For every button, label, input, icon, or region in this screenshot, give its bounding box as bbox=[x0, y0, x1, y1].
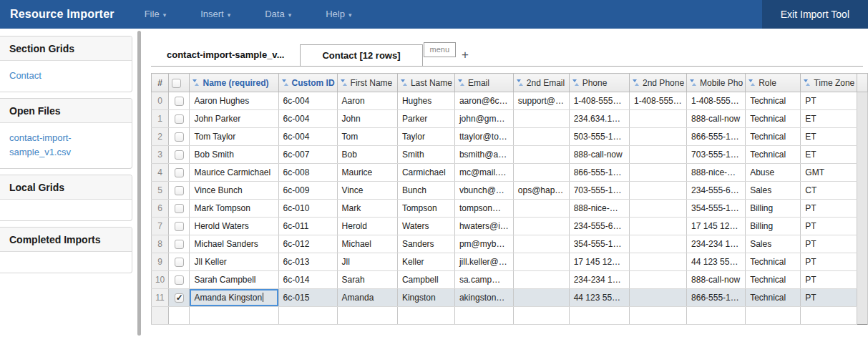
cell-email[interactable]: ttaylor@to… bbox=[454, 128, 513, 146]
cell-last_name[interactable]: Tompson bbox=[397, 200, 454, 218]
cell-mobile[interactable]: 44 123 55… bbox=[687, 253, 746, 271]
cell-mobile[interactable]: 234-234 1… bbox=[687, 235, 746, 253]
cell-time_zone[interactable]: CT bbox=[801, 182, 857, 200]
exit-import-tool-button[interactable]: Exit Import Tool bbox=[762, 0, 868, 29]
checkbox-icon[interactable] bbox=[175, 132, 184, 142]
cell-email2[interactable] bbox=[513, 164, 569, 182]
cell-last_name[interactable]: Keller bbox=[397, 253, 454, 271]
cell-email2[interactable] bbox=[513, 110, 569, 128]
row-checkbox-cell[interactable] bbox=[169, 218, 190, 235]
row-checkbox-cell[interactable] bbox=[169, 146, 190, 164]
cell-role[interactable]: Sales bbox=[746, 235, 801, 253]
checkbox-icon[interactable] bbox=[175, 114, 184, 124]
cell-email[interactable]: jill.keller@… bbox=[454, 253, 513, 271]
row-checkbox-cell[interactable] bbox=[169, 164, 190, 182]
checkbox-icon[interactable] bbox=[175, 168, 184, 177]
cell-time_zone[interactable]: ET bbox=[801, 146, 857, 164]
cell-time_zone[interactable]: PT bbox=[801, 271, 857, 289]
cell-time_zone[interactable]: PT bbox=[801, 92, 857, 110]
cell-custom_id[interactable]: 6c-004 bbox=[278, 110, 337, 128]
row-checkbox-cell[interactable] bbox=[169, 128, 190, 146]
scrollbar-track[interactable] bbox=[857, 271, 868, 289]
cell-first_name[interactable]: John bbox=[337, 110, 397, 128]
cell-mobile[interactable]: 888-nice-… bbox=[687, 164, 746, 182]
cell-name[interactable]: Bob Smith bbox=[190, 146, 278, 164]
column-header-phone[interactable]: Phone bbox=[569, 74, 629, 92]
empty-cell[interactable] bbox=[746, 307, 801, 325]
cell-mobile[interactable]: 703-555-1… bbox=[687, 146, 746, 164]
cell-mobile[interactable]: 1-408-555… bbox=[687, 92, 746, 110]
checkbox-icon[interactable] bbox=[175, 293, 184, 303]
empty-cell[interactable] bbox=[687, 307, 746, 325]
cell-last_name[interactable]: Kingston bbox=[397, 289, 454, 307]
cell-phone[interactable]: 234-234 1… bbox=[569, 271, 629, 289]
row-checkbox-cell[interactable] bbox=[169, 182, 190, 200]
cell-name[interactable]: Aaron Hughes bbox=[190, 92, 278, 110]
cell-phone[interactable]: 888-call-now bbox=[569, 146, 629, 164]
empty-cell[interactable] bbox=[337, 307, 397, 325]
empty-cell[interactable] bbox=[397, 307, 454, 325]
scrollbar-track[interactable] bbox=[857, 253, 868, 271]
cell-role[interactable]: Billing bbox=[746, 200, 801, 218]
cell-email[interactable]: pm@myb… bbox=[454, 235, 513, 253]
cell-time_zone[interactable]: PT bbox=[801, 235, 857, 253]
column-header-first_name[interactable]: First Name bbox=[337, 74, 397, 92]
cell-name[interactable]: John Parker bbox=[190, 110, 278, 128]
row-checkbox-cell[interactable] bbox=[169, 271, 190, 289]
cell-name-editing[interactable]: Amanda Kingston bbox=[190, 289, 278, 307]
cell-role[interactable]: Technical bbox=[746, 253, 801, 271]
cell-email[interactable]: hwaters@i… bbox=[454, 218, 513, 235]
cell-time_zone[interactable]: PT bbox=[801, 218, 857, 235]
cell-name[interactable]: Vince Bunch bbox=[190, 182, 278, 200]
cell-email2[interactable] bbox=[513, 200, 569, 218]
cell-phone[interactable]: 44 123 55… bbox=[569, 289, 629, 307]
empty-cell[interactable] bbox=[513, 307, 569, 325]
checkbox-icon[interactable] bbox=[175, 186, 184, 195]
cell-name[interactable]: Sarah Campbell bbox=[190, 271, 278, 289]
empty-cell[interactable] bbox=[169, 307, 190, 325]
column-header-email[interactable]: Email bbox=[454, 74, 513, 92]
empty-cell[interactable] bbox=[801, 307, 857, 325]
cell-email2[interactable] bbox=[513, 128, 569, 146]
cell-custom_id[interactable]: 6c-004 bbox=[278, 128, 337, 146]
column-header-name[interactable]: Name (required) bbox=[190, 74, 278, 92]
cell-email2[interactable] bbox=[513, 235, 569, 253]
checkbox-icon[interactable] bbox=[175, 258, 184, 267]
scrollbar-track[interactable] bbox=[857, 92, 868, 110]
column-header-custom_id[interactable]: Custom ID bbox=[278, 74, 337, 92]
empty-cell[interactable] bbox=[569, 307, 629, 325]
column-header-phone2[interactable]: 2nd Phone bbox=[630, 74, 687, 92]
checkbox-icon[interactable] bbox=[175, 204, 184, 213]
sidebar-item-open-file[interactable]: contact-import-sample_v1.csv bbox=[9, 131, 123, 160]
cell-first_name[interactable]: Herold bbox=[337, 218, 397, 235]
row-checkbox-cell[interactable] bbox=[169, 200, 190, 218]
cell-custom_id[interactable]: 6c-015 bbox=[278, 289, 337, 307]
cell-first_name[interactable]: Maurice bbox=[337, 164, 397, 182]
row-checkbox-cell[interactable] bbox=[169, 253, 190, 271]
scrollbar-track[interactable] bbox=[857, 289, 868, 307]
cell-role[interactable]: Sales bbox=[746, 182, 801, 200]
scrollbar-track[interactable] bbox=[857, 146, 868, 164]
cell-last_name[interactable]: Parker bbox=[397, 110, 454, 128]
cell-email[interactable]: aaron@6c… bbox=[454, 92, 513, 110]
cell-role[interactable]: Abuse bbox=[746, 164, 801, 182]
cell-name[interactable]: Herold Waters bbox=[190, 218, 278, 235]
empty-cell[interactable] bbox=[454, 307, 513, 325]
checkbox-icon[interactable] bbox=[172, 79, 181, 88]
cell-phone[interactable]: 234.634.1… bbox=[569, 110, 629, 128]
cell-time_zone[interactable]: ET bbox=[801, 110, 857, 128]
sidebar-scrollbar-thumb[interactable] bbox=[137, 31, 141, 336]
cell-mobile[interactable]: 17 145 12… bbox=[687, 218, 746, 235]
cell-custom_id[interactable]: 6c-009 bbox=[278, 182, 337, 200]
cell-custom_id[interactable]: 6c-013 bbox=[278, 253, 337, 271]
cell-phone[interactable]: 866-555-1… bbox=[569, 164, 629, 182]
cell-mobile[interactable]: 888-call-now bbox=[687, 110, 746, 128]
cell-time_zone[interactable]: PT bbox=[801, 200, 857, 218]
cell-mobile[interactable]: 866-555-1… bbox=[687, 289, 746, 307]
scrollbar-track[interactable] bbox=[857, 235, 868, 253]
column-header-role[interactable]: Role bbox=[746, 74, 801, 92]
cell-first_name[interactable]: Jll bbox=[337, 253, 397, 271]
tab-contact-grid[interactable]: Contact [12 rows] bbox=[300, 44, 422, 67]
cell-phone[interactable]: 888-nice-… bbox=[569, 200, 629, 218]
menu-file[interactable]: File▾ bbox=[127, 0, 183, 29]
